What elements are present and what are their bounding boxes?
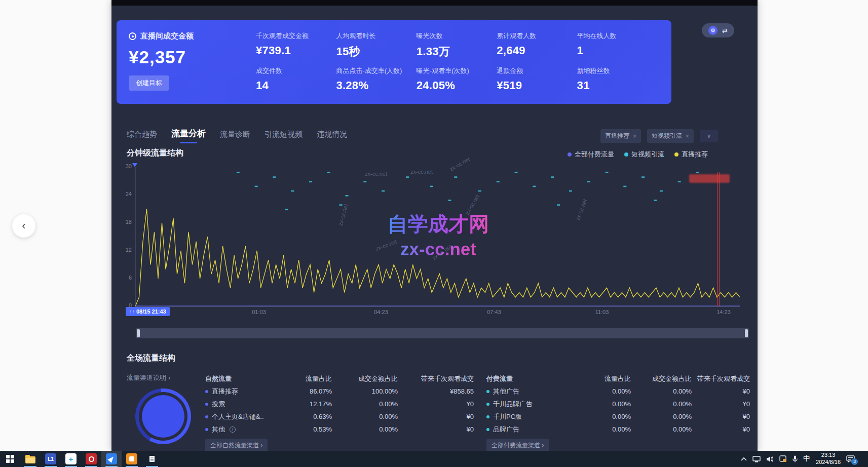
metric-cell: 人均观看时长15秒 xyxy=(336,31,416,61)
kpi-primary-value: ¥2,357 xyxy=(129,47,255,67)
kpi-card: 直播间成交金额 ¥2,357 创建目标 千次观看成交金额¥739.1 人均观看时… xyxy=(117,20,671,104)
kpi-primary-label: 直播间成交金额 xyxy=(140,31,194,41)
taskbar-app-teal[interactable]: + xyxy=(61,451,81,467)
tab-traffic-diagnosis[interactable]: 流量诊断 xyxy=(220,130,250,143)
tab-overall-trend[interactable]: 综合趋势 xyxy=(127,130,157,143)
taskbar-app-browser[interactable] xyxy=(101,451,122,467)
table-row[interactable]: 其他i 0.53% 0.00% ¥0 xyxy=(205,423,474,436)
table-row[interactable]: 直播推荐 86.07% 100.00% ¥858.65 xyxy=(205,385,474,398)
start-button[interactable] xyxy=(0,451,20,467)
close-icon[interactable]: × xyxy=(686,133,689,140)
analysis-tabs: 综合趋势 流量分析 流量诊断 引流短视频 违规情况 xyxy=(127,128,347,143)
legend-dot xyxy=(624,152,628,157)
taskbar-app-orange[interactable] xyxy=(122,451,142,467)
x-tick: 01:03 xyxy=(252,309,266,315)
microphone-icon[interactable] xyxy=(792,455,798,462)
y-tick: 18 xyxy=(116,219,132,225)
chevron-down-icon: ∨ xyxy=(707,133,711,139)
time: 23:13 xyxy=(816,452,841,459)
table-row[interactable]: 其他广告 0.00% 0.00% ¥0 xyxy=(486,385,750,398)
grip-icon: ⋮⋮ xyxy=(128,309,134,314)
table-header: 付费流量 流量占比 成交金额占比 带来千次观看成交 xyxy=(486,372,750,385)
window-top-bar xyxy=(111,0,758,6)
notification-badge: 3 xyxy=(851,458,858,465)
table-row[interactable]: 个人主页&店铺&.. 0.63% 0.00% ¥0 xyxy=(205,410,474,423)
legend-short-video[interactable]: 短视频引流 xyxy=(624,150,664,159)
red-annotation xyxy=(689,174,730,183)
red-o-app-icon xyxy=(86,453,97,464)
metric-cell: 商品点击-成交率(人数)3.28% xyxy=(336,66,416,96)
gear-icon[interactable]: ⚙ xyxy=(708,26,718,35)
table-row[interactable]: 千川PC版 0.00% 0.00% ¥0 xyxy=(486,410,750,423)
volume-icon[interactable] xyxy=(766,456,774,462)
natural-traffic-table: 自然流量 流量占比 成交金额占比 带来千次观看成交 直播推荐 86.07% 10… xyxy=(205,372,474,436)
x-tick-start[interactable]: ⋮⋮ 08/15 21:43 xyxy=(126,307,170,316)
x-axis xyxy=(135,306,740,307)
date: 2024/8/16 xyxy=(816,459,841,466)
legend-dot xyxy=(674,152,678,157)
legend-live-recommend[interactable]: 直播推荐 xyxy=(674,150,708,159)
info-icon[interactable]: i xyxy=(230,426,236,433)
y-tick: 12 xyxy=(116,247,132,253)
taskbar: L1 + 中 23:13 2024/8/16 3 xyxy=(0,451,868,467)
filter-tags: 直播推荐 × 短视频引流 × ∨ xyxy=(600,129,718,143)
metric-cell: 千次观看成交金额¥739.1 xyxy=(256,31,336,61)
metric-cell: 新增粉丝数31 xyxy=(577,66,657,96)
legend-paid-traffic[interactable]: 全部付费流量 xyxy=(568,150,614,159)
table-row[interactable]: 品牌广告 0.00% 0.00% ¥0 xyxy=(486,423,750,436)
filter-tag-short-video[interactable]: 短视频引流 × xyxy=(647,129,694,143)
taskbar-app-red[interactable] xyxy=(81,451,101,467)
donut-core xyxy=(142,395,184,438)
tab-short-video[interactable]: 引流短视频 xyxy=(265,130,303,143)
metric-cell: 曝光次数1.33万 xyxy=(417,31,497,61)
filter-dropdown[interactable]: ∨ xyxy=(700,130,718,142)
chart-range-slider[interactable] xyxy=(136,328,749,338)
legend-dot xyxy=(568,152,572,157)
taskbar-app-explorer[interactable] xyxy=(20,451,41,467)
all-natural-channels-link[interactable]: 全部自然流量渠道 › xyxy=(205,439,268,452)
taskbar-clock[interactable]: 23:13 2024/8/16 xyxy=(816,452,841,466)
tray-expand-icon[interactable] xyxy=(741,457,747,461)
x-tick: 07:43 xyxy=(487,309,501,315)
notification-center[interactable]: 3 xyxy=(846,455,855,463)
traffic-section-title: 全场流量结构 xyxy=(127,353,175,364)
metric-cell: 曝光-观看率(次数)24.05% xyxy=(417,66,497,96)
create-goal-button[interactable]: 创建目标 xyxy=(129,75,169,91)
metric-cell: 平均在线人数1 xyxy=(577,31,657,61)
chart-title: 分钟级流量结构 xyxy=(127,148,183,159)
y-tick: 24 xyxy=(116,191,132,197)
tray-app-icon[interactable] xyxy=(779,455,787,462)
cursor-app-icon xyxy=(106,453,117,464)
network-icon[interactable] xyxy=(752,456,761,462)
axis-pin-icon[interactable] xyxy=(132,163,137,167)
ime-indicator[interactable]: 中 xyxy=(803,454,810,463)
x-tick: 11:03 xyxy=(595,309,609,315)
swap-icon[interactable]: ⇄ xyxy=(722,27,728,34)
channel-note-link[interactable]: 流量渠道说明 › xyxy=(127,373,170,382)
metric-cell: 成交件数14 xyxy=(256,66,336,96)
x-tick: 04:23 xyxy=(374,309,388,315)
all-paid-channels-link[interactable]: 全部付费流量渠道 › xyxy=(486,439,549,452)
tab-violations[interactable]: 违规情况 xyxy=(317,130,347,143)
table-row[interactable]: 搜索 12.17% 0.00% ¥0 xyxy=(205,398,474,410)
kpi-metrics-grid: 千次观看成交金额¥739.1 人均观看时长15秒 曝光次数1.33万 累计观看人… xyxy=(256,31,657,96)
card-tools-panel: ⚙ ⇄ xyxy=(702,23,734,37)
chevron-right-icon: › xyxy=(168,374,170,381)
taskbar-app-l1[interactable]: L1 xyxy=(41,451,61,467)
table-header: 自然流量 流量占比 成交金额占比 带来千次观看成交 xyxy=(205,372,474,385)
taskbar-app-notepad[interactable] xyxy=(142,451,162,467)
notepad-icon xyxy=(146,453,158,464)
table-row[interactable]: 千川品牌广告 0.00% 0.00% ¥0 xyxy=(486,398,750,410)
back-chevron-icon: ‹ xyxy=(22,219,25,232)
teal-app-icon: + xyxy=(65,453,77,464)
slider-handle-right[interactable] xyxy=(745,329,748,337)
traffic-line-chart[interactable] xyxy=(135,167,740,306)
y-tick: 30 xyxy=(116,163,132,169)
close-icon[interactable]: × xyxy=(633,133,636,140)
back-button[interactable]: ‹ xyxy=(12,214,35,238)
target-icon xyxy=(129,32,136,40)
filter-tag-live-recommend[interactable]: 直播推荐 × xyxy=(600,129,641,143)
tab-traffic-analysis[interactable]: 流量分析 xyxy=(171,128,206,143)
slider-handle-left[interactable] xyxy=(137,329,140,337)
x-tick: 14:23 xyxy=(716,309,731,315)
